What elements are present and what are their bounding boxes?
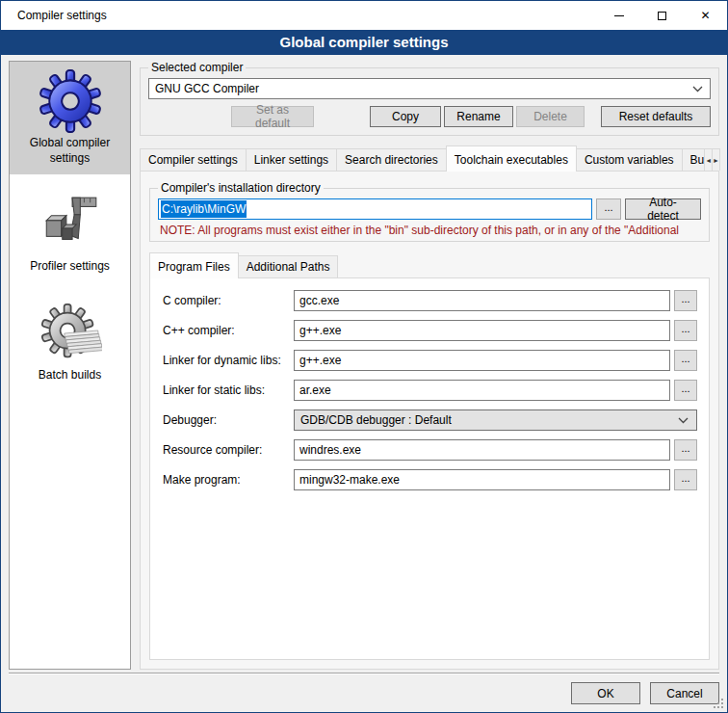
page-title: Global compiler settings: [1, 30, 727, 55]
debugger-dropdown-value: GDB/CDB debugger : Default: [300, 413, 678, 427]
gray-gear-stack-icon: [39, 302, 102, 365]
resource-compiler-input[interactable]: [294, 439, 670, 461]
sidebar-item-label: Batch builds: [13, 368, 127, 383]
tab-additional-paths[interactable]: Additional Paths: [238, 255, 339, 277]
c-compiler-label: C compiler:: [163, 294, 294, 307]
linker-static-label: Linker for static libs:: [163, 383, 294, 397]
cpp-compiler-input[interactable]: [294, 320, 670, 341]
browse-directory-button[interactable]: ...: [596, 198, 621, 220]
reset-defaults-button[interactable]: Reset defaults: [601, 106, 711, 127]
tab-build-options[interactable]: Build options: [682, 148, 706, 171]
linker-dynamic-label: Linker for dynamic libs:: [163, 354, 294, 367]
sidebar-item-label: Global compiler settings: [13, 136, 127, 166]
cpp-compiler-label: C++ compiler:: [163, 324, 294, 337]
program-files-page: C compiler: ... C++ compiler: ... Linker…: [149, 277, 710, 660]
resize-grip[interactable]: [714, 699, 724, 709]
tab-search-directories[interactable]: Search directories: [336, 148, 447, 171]
installation-directory-legend: Compiler's installation directory: [158, 181, 324, 195]
linker-static-browse-button[interactable]: ...: [674, 380, 697, 401]
left-arrow-icon: ◄: [705, 157, 712, 164]
bin-subdirectory-note: NOTE: All programs must exist either in …: [160, 224, 701, 237]
chevron-down-icon: [692, 86, 703, 92]
blue-gear-icon: [39, 69, 102, 133]
linker-static-input[interactable]: [294, 380, 670, 401]
delete-button[interactable]: Delete: [516, 106, 585, 127]
installation-directory-group: Compiler's installation directory C:\ray…: [149, 181, 710, 242]
resource-compiler-browse-button[interactable]: ...: [674, 439, 697, 461]
window-title: Compiler settings: [1, 9, 597, 22]
tab-custom-variables[interactable]: Custom variables: [576, 148, 683, 171]
installation-directory-selected-text: C:\raylib\MinGW: [161, 200, 247, 218]
tab-program-files[interactable]: Program Files: [149, 252, 239, 278]
tab-scroll-right-button[interactable]: ►: [712, 148, 720, 171]
maximize-icon: [658, 12, 666, 20]
debugger-dropdown[interactable]: GDB/CDB debugger : Default: [294, 409, 697, 431]
footer-divider: [9, 673, 719, 674]
linker-dynamic-input[interactable]: [294, 350, 670, 371]
chevron-down-icon: [678, 417, 689, 424]
sidebar-item-label: Profiler settings: [13, 259, 127, 275]
linker-dynamic-browse-button[interactable]: ...: [674, 350, 697, 371]
caliper-tool-icon: [39, 193, 102, 256]
right-arrow-icon: ►: [713, 157, 719, 164]
compiler-dropdown-value: GNU GCC Compiler: [155, 82, 692, 95]
set-as-default-button[interactable]: Set as default: [231, 106, 314, 127]
minimize-icon: [614, 15, 624, 16]
settings-category-list: Global compiler settings: [9, 61, 131, 670]
tab-toolchain-executables[interactable]: Toolchain executables: [446, 145, 577, 172]
resource-compiler-label: Resource compiler:: [163, 443, 294, 457]
rename-button[interactable]: Rename: [444, 106, 513, 127]
selected-compiler-legend: Selected compiler: [148, 61, 246, 74]
c-compiler-browse-button[interactable]: ...: [674, 290, 697, 311]
cpp-compiler-browse-button[interactable]: ...: [674, 320, 697, 341]
paths-tab-strip: Program Files Additional Paths: [149, 252, 710, 277]
title-bar: Compiler settings ✕: [1, 1, 727, 30]
selected-compiler-group: Selected compiler GNU GCC Compiler Set a…: [140, 61, 719, 136]
make-program-input[interactable]: [294, 469, 670, 490]
maximize-button[interactable]: [640, 2, 684, 30]
sidebar-item-global-compiler-settings[interactable]: Global compiler settings: [10, 62, 130, 174]
ok-button[interactable]: OK: [571, 682, 640, 704]
make-program-label: Make program:: [163, 473, 294, 487]
cancel-button[interactable]: Cancel: [650, 682, 719, 704]
c-compiler-input[interactable]: [294, 290, 670, 311]
sidebar-item-batch-builds[interactable]: Batch builds: [10, 294, 130, 392]
sidebar-item-profiler-settings[interactable]: Profiler settings: [10, 185, 130, 283]
close-icon: ✕: [700, 10, 710, 21]
installation-directory-input[interactable]: C:\raylib\MinGW: [158, 198, 592, 220]
compiler-dropdown[interactable]: GNU GCC Compiler: [148, 78, 711, 99]
compiler-settings-dialog: Compiler settings ✕ Global compiler sett…: [0, 0, 728, 713]
tab-linker-settings[interactable]: Linker settings: [246, 148, 337, 171]
minimize-button[interactable]: [597, 2, 640, 30]
auto-detect-button[interactable]: Auto-detect: [625, 198, 701, 220]
tab-compiler-settings[interactable]: Compiler settings: [140, 148, 247, 171]
make-program-browse-button[interactable]: ...: [674, 469, 697, 490]
toolchain-executables-page: Compiler's installation directory C:\ray…: [140, 171, 719, 670]
close-button[interactable]: ✕: [684, 2, 727, 30]
settings-tab-strip: Compiler settings Linker settings Search…: [140, 145, 719, 171]
copy-button[interactable]: Copy: [370, 106, 441, 127]
dialog-footer: OK Cancel: [9, 670, 719, 712]
debugger-label: Debugger:: [163, 413, 294, 427]
